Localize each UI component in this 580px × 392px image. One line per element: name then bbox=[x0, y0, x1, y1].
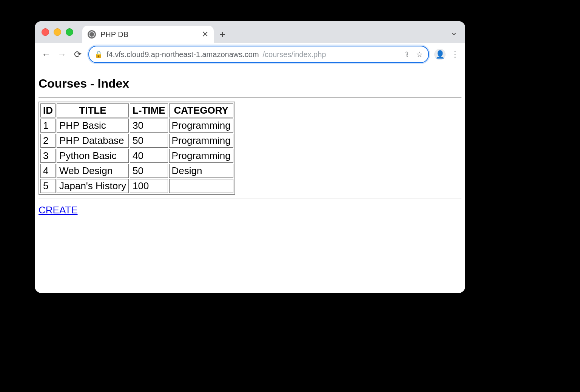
address-bar[interactable]: 🔒 f4.vfs.cloud9.ap-northeast-1.amazonaws… bbox=[88, 46, 429, 63]
cell-title: Japan's History bbox=[57, 179, 129, 193]
cell-id: 2 bbox=[40, 134, 56, 148]
cell-title: Python Basic bbox=[57, 149, 129, 163]
col-id: ID bbox=[40, 103, 56, 117]
cell-ltime: 100 bbox=[130, 179, 168, 193]
close-window-icon[interactable] bbox=[42, 28, 49, 36]
table-row: 5Japan's History100 bbox=[40, 179, 233, 193]
url-host: f4.vfs.cloud9.ap-northeast-1.amazonaws.c… bbox=[106, 50, 259, 59]
page-title: Courses - Index bbox=[39, 77, 461, 91]
share-icon[interactable]: ⇪ bbox=[404, 50, 410, 59]
tab-strip: PHP DB ✕ + ⌄ bbox=[35, 21, 465, 43]
cell-category bbox=[169, 179, 233, 193]
col-title: TITLE bbox=[57, 103, 129, 117]
maximize-window-icon[interactable] bbox=[66, 28, 73, 36]
back-button[interactable]: ← bbox=[41, 49, 51, 60]
cell-id: 1 bbox=[40, 119, 56, 133]
table-header-row: ID TITLE L-TIME CATEGORY bbox=[40, 103, 233, 117]
browser-window: PHP DB ✕ + ⌄ ← → ⟳ 🔒 f4.vfs.cloud9.ap-no… bbox=[35, 21, 465, 293]
window-controls bbox=[42, 28, 73, 36]
cell-ltime: 40 bbox=[130, 149, 168, 163]
page-viewport: Courses - Index ID TITLE L-TIME CATEGORY… bbox=[35, 66, 465, 293]
cell-id: 5 bbox=[40, 179, 56, 193]
bookmark-star-icon[interactable]: ☆ bbox=[416, 50, 423, 59]
cell-category: Programming bbox=[169, 119, 233, 133]
cell-id: 4 bbox=[40, 164, 56, 178]
cell-ltime: 50 bbox=[130, 134, 168, 148]
col-category: CATEGORY bbox=[169, 103, 233, 117]
cell-category: Design bbox=[169, 164, 233, 178]
cell-ltime: 30 bbox=[130, 119, 168, 133]
table-row: 2PHP Database50Programming bbox=[40, 134, 233, 148]
new-tab-button[interactable]: + bbox=[214, 26, 231, 43]
cell-title: PHP Database bbox=[57, 134, 129, 148]
cell-ltime: 50 bbox=[130, 164, 168, 178]
cell-title: PHP Basic bbox=[57, 119, 129, 133]
minimize-window-icon[interactable] bbox=[54, 28, 61, 36]
url-path: /courses/index.php bbox=[263, 50, 326, 59]
lock-icon: 🔒 bbox=[94, 50, 103, 59]
profile-avatar[interactable]: 👤 bbox=[434, 49, 446, 60]
tab-title: PHP DB bbox=[100, 30, 128, 39]
divider bbox=[39, 97, 461, 98]
cell-title: Web Design bbox=[57, 164, 129, 178]
browser-menu-icon[interactable]: ⋮ bbox=[451, 49, 459, 59]
cell-category: Programming bbox=[169, 134, 233, 148]
globe-icon bbox=[88, 30, 96, 39]
forward-button: → bbox=[57, 49, 67, 60]
table-row: 3Python Basic40Programming bbox=[40, 149, 233, 163]
divider bbox=[39, 199, 461, 199]
table-row: 1PHP Basic30Programming bbox=[40, 119, 233, 133]
col-ltime: L-TIME bbox=[130, 103, 168, 117]
browser-tab[interactable]: PHP DB ✕ bbox=[82, 26, 214, 43]
cell-category: Programming bbox=[169, 149, 233, 163]
courses-table: ID TITLE L-TIME CATEGORY 1PHP Basic30Pro… bbox=[39, 102, 235, 195]
tabs-menu-chevron-icon[interactable]: ⌄ bbox=[450, 27, 465, 37]
table-row: 4Web Design50Design bbox=[40, 164, 233, 178]
close-tab-icon[interactable]: ✕ bbox=[202, 30, 208, 39]
create-link[interactable]: CREATE bbox=[39, 204, 78, 216]
cell-id: 3 bbox=[40, 149, 56, 163]
reload-button[interactable]: ⟳ bbox=[72, 49, 83, 60]
toolbar: ← → ⟳ 🔒 f4.vfs.cloud9.ap-northeast-1.ama… bbox=[35, 43, 465, 66]
